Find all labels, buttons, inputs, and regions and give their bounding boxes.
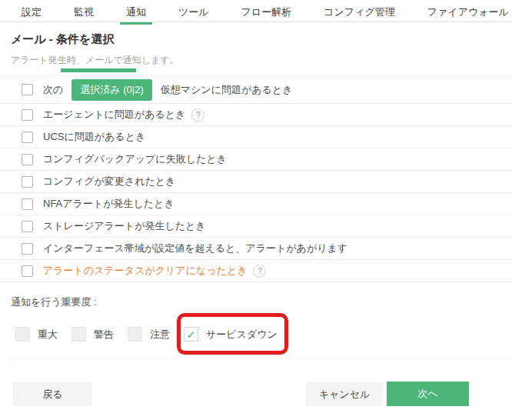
cancel-button[interactable]: キャンセル [306, 382, 383, 406]
severity-options: 重大 警告 注意 ✓ サービスダウン [15, 327, 512, 342]
subtitle-underline [61, 68, 136, 72]
severity-option-critical: 重大 [15, 327, 58, 342]
condition-row-config-backup: コンフィグバックアップに失敗したとき [0, 148, 512, 171]
help-icon[interactable]: ? [191, 108, 204, 122]
next-button[interactable]: 次へ [387, 382, 469, 406]
condition-row-nfa-alert: NFAアラートが発生したとき [0, 193, 512, 215]
condition-label: コンフィグバックアップに失敗したとき [43, 152, 227, 166]
condition-label: エージェントに問題があるとき [43, 108, 185, 122]
tab-settings[interactable]: 設定 [18, 5, 45, 25]
severity-checkbox-warning[interactable] [71, 327, 86, 342]
condition-checkbox[interactable] [22, 132, 33, 143]
condition-row-agent: エージェントに問題があるとき ? [0, 104, 512, 126]
condition-label: UCSに問題があるとき [43, 130, 145, 144]
page-subtitle: アラート発生時、メールで通知します。 [11, 54, 512, 67]
email-condition-wizard-screen: 設定 監視 通知 ツール フロー解析 コンフィグ管理 ファイアウォール OpU … [0, 0, 512, 420]
condition-label: コンフィグが変更されたとき [43, 175, 175, 188]
page-title: メール - 条件を選択 [11, 32, 512, 47]
severity-checkbox-attention[interactable] [128, 327, 142, 342]
condition-label: ストレージアラートが発生したとき [43, 219, 206, 233]
severity-option-warning: 警告 [71, 327, 114, 342]
condition-list: 次の 選択済み (0|2) 仮想マシンに問題があるとき エージェントに問題がある… [0, 75, 512, 282]
condition-label: アラートのステータスがクリアになったとき [43, 264, 247, 278]
condition-checkbox[interactable] [22, 198, 33, 210]
back-button[interactable]: 戻る [13, 382, 92, 406]
checkmark-icon: ✓ [187, 328, 196, 341]
condition-row-alert-cleared: アラートのステータスがクリアになったとき ? [0, 260, 512, 282]
severity-label-warning: 警告 [94, 328, 114, 342]
tab-config-management[interactable]: コンフィグ管理 [321, 5, 398, 25]
condition-checkbox[interactable] [22, 154, 33, 165]
condition-label: インターフェース帯域が設定値を超えると、アラートがあがります [43, 242, 347, 255]
severity-checkbox-critical[interactable] [15, 327, 30, 342]
condition-checkbox[interactable] [22, 109, 33, 121]
severity-option-attention: 注意 [128, 327, 170, 342]
tab-tools[interactable]: ツール [175, 5, 212, 25]
tab-notification[interactable]: 通知 [123, 5, 149, 25]
condition-row-ucs: UCSに問題があるとき [0, 126, 512, 148]
condition-row-storage-alert: ストレージアラートが発生したとき [0, 215, 512, 238]
tab-flow-analysis[interactable]: フロー解析 [238, 5, 295, 25]
tab-monitoring[interactable]: 監視 [71, 5, 97, 25]
condition-label: 仮想マシンに問題があるとき [161, 83, 293, 97]
severity-label-service-down: サービスダウン [206, 328, 278, 342]
condition-checkbox[interactable] [22, 84, 33, 95]
severity-label-attention: 注意 [150, 328, 170, 342]
footer-divider [11, 358, 512, 359]
help-icon[interactable]: ? [253, 265, 266, 278]
condition-checkbox[interactable] [22, 265, 33, 277]
condition-label-prefix: 次の [43, 83, 63, 97]
condition-row-interface-bandwidth: インターフェース帯域が設定値を超えると、アラートがあがります [0, 238, 512, 260]
severity-section-label: 通知を行う重要度 : [11, 295, 512, 309]
tab-firewall[interactable]: ファイアウォール [424, 5, 512, 25]
condition-row-virtual-machine: 次の 選択済み (0|2) 仮想マシンに問題があるとき [0, 76, 512, 104]
severity-label-critical: 重大 [38, 328, 58, 342]
severity-option-service-down: ✓ サービスダウン [184, 327, 278, 342]
condition-checkbox[interactable] [22, 221, 33, 232]
condition-checkbox[interactable] [22, 243, 33, 255]
severity-checkbox-service-down[interactable]: ✓ [184, 327, 198, 342]
condition-label: NFAアラートが発生したとき [43, 197, 175, 211]
selected-count-button[interactable]: 選択済み (0|2) [71, 79, 151, 101]
condition-row-config-changed: コンフィグが変更されたとき [0, 171, 512, 193]
condition-checkbox[interactable] [22, 176, 33, 188]
top-navigation: 設定 監視 通知 ツール フロー解析 コンフィグ管理 ファイアウォール OpU [0, 0, 512, 22]
